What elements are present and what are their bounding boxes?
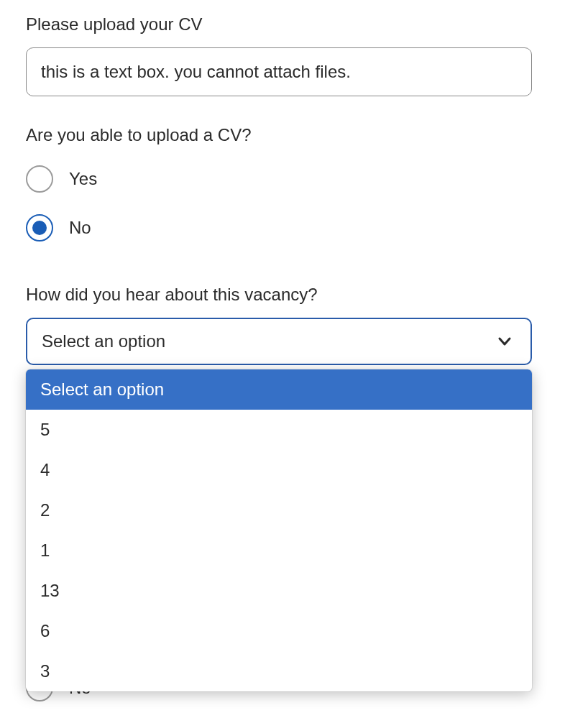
cv-upload-label: Please upload your CV bbox=[26, 14, 562, 34]
select-value: Select an option bbox=[42, 331, 165, 351]
vacancy-source-select-wrapper: Select an option No Select an option 5 4… bbox=[26, 318, 532, 702]
dropdown-option-6[interactable]: 6 bbox=[26, 611, 532, 651]
chevron-down-icon bbox=[496, 333, 513, 350]
cv-upload-input[interactable] bbox=[26, 47, 532, 96]
vacancy-source-label: How did you hear about this vacancy? bbox=[26, 285, 562, 305]
vacancy-source-group: How did you hear about this vacancy? Sel… bbox=[26, 285, 562, 702]
radio-label-yes: Yes bbox=[69, 169, 97, 189]
radio-option-no[interactable]: No bbox=[26, 214, 562, 242]
able-upload-label: Are you able to upload a CV? bbox=[26, 125, 562, 145]
able-upload-radio-group: Yes No bbox=[26, 165, 562, 242]
vacancy-source-select[interactable]: Select an option bbox=[26, 318, 532, 365]
radio-label-no: No bbox=[69, 218, 91, 238]
dropdown-option-5[interactable]: 5 bbox=[26, 410, 532, 450]
dropdown-option-13[interactable]: 13 bbox=[26, 571, 532, 611]
dropdown-option-placeholder[interactable]: Select an option bbox=[26, 369, 532, 410]
dropdown-option-4[interactable]: 4 bbox=[26, 450, 532, 490]
dropdown-option-3[interactable]: 3 bbox=[26, 651, 532, 691]
radio-circle-selected-icon bbox=[26, 214, 53, 242]
radio-option-yes[interactable]: Yes bbox=[26, 165, 562, 193]
radio-dot-icon bbox=[32, 221, 47, 235]
vacancy-source-dropdown: Select an option 5 4 2 1 13 6 3 bbox=[26, 369, 532, 691]
dropdown-option-1[interactable]: 1 bbox=[26, 530, 532, 571]
radio-circle-icon bbox=[26, 165, 53, 193]
able-upload-group: Are you able to upload a CV? Yes No bbox=[26, 125, 562, 242]
dropdown-option-2[interactable]: 2 bbox=[26, 490, 532, 530]
cv-upload-group: Please upload your CV bbox=[26, 14, 562, 96]
